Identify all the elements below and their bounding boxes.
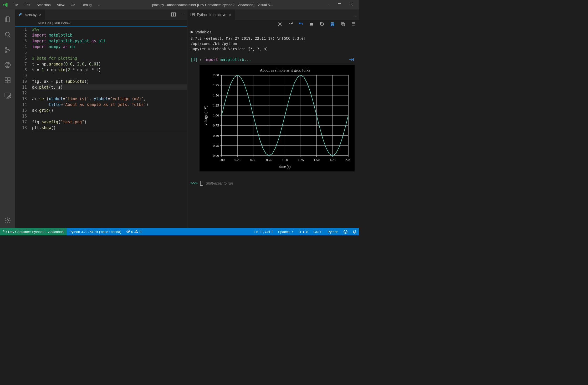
svg-text:0.00: 0.00 <box>219 158 225 162</box>
editor-area: plots.py × ··· Run Cell | Run Below 1 <box>15 9 359 228</box>
svg-point-21 <box>7 220 9 221</box>
input-placeholder: Shift-enter to run <box>206 181 233 185</box>
svg-rect-35 <box>342 23 345 26</box>
svg-rect-12 <box>8 78 10 80</box>
svg-text:2.00: 2.00 <box>345 158 351 162</box>
menu-bar: File Edit Selection View Go Debug ··· <box>9 1 104 8</box>
svg-text:About as simple as it gets, fo: About as simple as it gets, folks <box>260 68 310 72</box>
menu-edit[interactable]: Edit <box>21 1 33 8</box>
remote-indicator[interactable]: Dev Container: Python 3 - Anaconda <box>0 228 67 235</box>
cell-header[interactable]: [1] ▶ import matplotlib... <box>187 54 359 63</box>
search-icon[interactable] <box>0 27 15 42</box>
svg-text:1.50: 1.50 <box>213 93 219 97</box>
cursor-position[interactable]: Ln 11, Col 1 <box>252 228 275 235</box>
variables-section[interactable]: ▶ Variables <box>187 28 359 35</box>
language-mode[interactable]: Python <box>325 228 341 235</box>
svg-rect-32 <box>332 23 333 24</box>
plot-svg: About as simple as it gets, folks0.000.2… <box>202 67 352 170</box>
tab-python-interactive[interactable]: Python Interactive × <box>187 9 235 20</box>
svg-text:voltage (mV): voltage (mV) <box>204 105 208 125</box>
source-control-icon[interactable] <box>0 42 15 57</box>
maximize-button[interactable] <box>333 0 345 9</box>
python-file-icon <box>18 13 23 17</box>
svg-text:time (s): time (s) <box>279 165 290 169</box>
redo-icon[interactable] <box>288 22 293 27</box>
settings-gear-icon[interactable] <box>0 213 15 228</box>
svg-text:1.00: 1.00 <box>213 113 219 117</box>
menu-file[interactable]: File <box>9 1 21 8</box>
variables-label: Variables <box>195 30 211 34</box>
svg-rect-13 <box>5 80 7 83</box>
svg-text:0.25: 0.25 <box>234 158 241 162</box>
interactive-input-row[interactable]: >>> Shift-enter to run <box>187 179 359 188</box>
svg-text:0.75: 0.75 <box>213 123 219 127</box>
tab-close-icon[interactable]: × <box>39 12 42 17</box>
more-actions-icon[interactable]: ··· <box>181 12 183 18</box>
svg-point-103 <box>344 230 347 234</box>
export-icon[interactable] <box>341 22 345 27</box>
editor-group-left: plots.py × ··· Run Cell | Run Below 1 <box>15 9 187 228</box>
svg-text:1.00: 1.00 <box>282 158 288 162</box>
explorer-icon[interactable] <box>0 12 15 27</box>
tab-close-icon[interactable]: × <box>228 12 232 17</box>
restart-icon[interactable] <box>320 22 324 27</box>
indentation[interactable]: Spaces: 7 <box>275 228 296 235</box>
goto-cell-icon[interactable] <box>349 58 354 62</box>
notifications-icon[interactable] <box>350 228 359 235</box>
svg-rect-14 <box>8 80 10 83</box>
menu-selection[interactable]: Selection <box>33 1 54 8</box>
svg-point-6 <box>5 47 7 48</box>
python-env[interactable]: Python 3.7.3 64-bit ('base': conda) <box>67 228 124 235</box>
cancel-icon[interactable] <box>278 22 282 27</box>
svg-rect-1 <box>338 3 341 6</box>
svg-point-104 <box>345 231 345 232</box>
vscode-logo-icon <box>2 2 9 7</box>
svg-point-4 <box>5 32 9 36</box>
preview-icon <box>191 12 195 17</box>
warning-icon <box>134 230 138 234</box>
window-title: plots.py - anacondacontainer [Dev Contai… <box>104 3 321 7</box>
encoding[interactable]: UTF-8 <box>296 228 311 235</box>
code-content[interactable]: #%% import matplotlib import matplotlib.… <box>32 27 187 131</box>
svg-point-22 <box>20 13 20 14</box>
editor-actions: ··· <box>171 12 187 18</box>
save-icon[interactable] <box>330 22 335 27</box>
editor-tabs: plots.py × ··· <box>15 9 187 20</box>
codelens-run-below[interactable]: Run Below <box>54 21 70 25</box>
interrupt-icon[interactable] <box>309 22 314 27</box>
split-editor-icon[interactable] <box>171 12 176 18</box>
svg-point-102 <box>136 232 137 232</box>
menu-go[interactable]: Go <box>68 1 78 8</box>
menu-view[interactable]: View <box>54 1 68 8</box>
menu-overflow[interactable]: ··· <box>95 1 104 8</box>
menu-debug[interactable]: Debug <box>78 1 95 8</box>
eol[interactable]: CRLF <box>311 228 325 235</box>
line-numbers: 123456789101112131415161718 <box>15 27 32 131</box>
status-bar: Dev Container: Python 3 - Anaconda Pytho… <box>0 228 359 235</box>
expand-icon[interactable] <box>351 22 356 27</box>
svg-text:1.75: 1.75 <box>213 83 219 87</box>
undo-icon[interactable] <box>299 22 303 27</box>
problems[interactable]: 0 0 <box>124 228 144 235</box>
remote-explorer-icon[interactable] <box>0 88 15 103</box>
debug-disabled-icon[interactable] <box>0 57 15 73</box>
more-actions-icon[interactable]: ··· <box>354 13 359 17</box>
input-cursor[interactable] <box>200 181 203 186</box>
tab-plots-py[interactable]: plots.py × <box>15 9 45 20</box>
extensions-icon[interactable] <box>0 73 15 88</box>
close-button[interactable] <box>345 0 357 9</box>
window-controls <box>321 0 357 9</box>
svg-point-105 <box>346 231 346 232</box>
remote-icon <box>3 230 7 234</box>
minimize-button[interactable] <box>321 0 333 9</box>
plot-output: About as simple as it gets, folks0.000.2… <box>200 65 355 171</box>
codelens-run-cell[interactable]: Run Cell <box>38 21 51 25</box>
chevron-right-icon: ▶ <box>191 29 194 34</box>
code-body[interactable]: 123456789101112131415161718 #%% import m… <box>15 27 187 131</box>
svg-text:1.50: 1.50 <box>314 158 320 162</box>
svg-rect-36 <box>352 23 355 26</box>
svg-text:0.25: 0.25 <box>213 144 219 148</box>
svg-line-5 <box>9 36 11 37</box>
feedback-icon[interactable] <box>341 228 350 235</box>
svg-rect-34 <box>341 23 344 25</box>
